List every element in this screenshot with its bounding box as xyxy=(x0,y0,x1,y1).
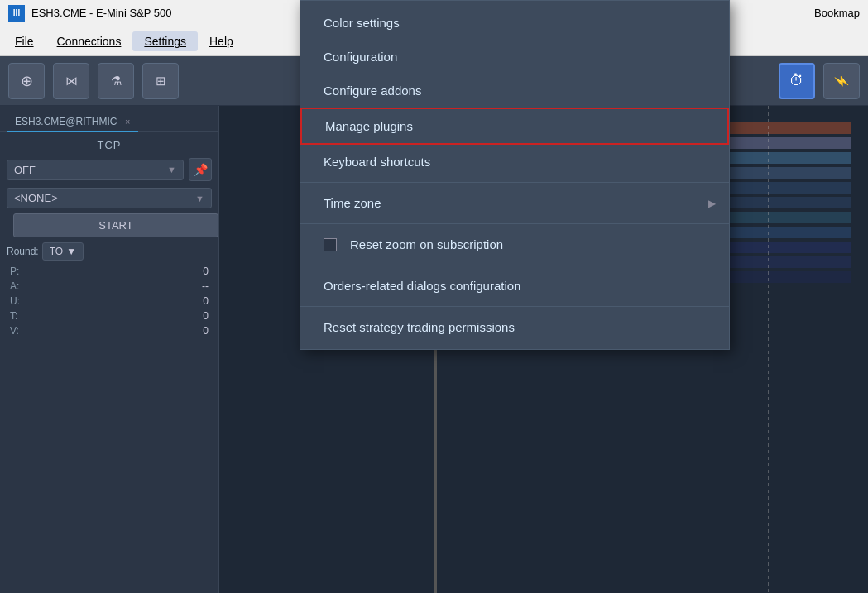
layout-button[interactable]: ⊞ xyxy=(142,63,179,99)
menu-help[interactable]: Help xyxy=(198,31,245,51)
manage-plugins-item[interactable]: Manage plugins xyxy=(300,108,729,145)
stat-t-value: 0 xyxy=(175,310,209,322)
menu-connections[interactable]: Connections xyxy=(46,31,133,51)
none-select-value: <NONE> xyxy=(14,192,58,204)
none-select-arrow: ▼ xyxy=(195,194,204,203)
timer-button[interactable]: ⏱ xyxy=(779,63,815,99)
share-button[interactable]: ⋈ xyxy=(53,63,89,99)
app-icon-text: III xyxy=(13,8,20,17)
orders-dialogs-item[interactable]: Orders-related dialogs configuration xyxy=(300,269,729,303)
stat-a: A: -- xyxy=(0,279,218,294)
stat-t-label: T: xyxy=(10,310,17,322)
instrument-tab[interactable]: ESH3.CME@RITHMIC × xyxy=(7,112,138,132)
menu-settings[interactable]: Settings xyxy=(132,31,198,51)
start-btn-wrap: START xyxy=(0,212,218,239)
round-select-arrow: ▼ xyxy=(66,246,76,257)
off-row: OFF ▼ 📌 xyxy=(0,155,218,184)
configuration-item[interactable]: Configuration xyxy=(300,40,729,74)
stat-v-label: V: xyxy=(10,325,19,337)
reset-strategy-item[interactable]: Reset strategy trading permissions xyxy=(300,310,729,344)
keyboard-shortcuts-item[interactable]: Keyboard shortcuts xyxy=(300,145,729,179)
stat-t: T: 0 xyxy=(0,308,218,323)
reset-zoom-item[interactable]: Reset zoom on subscription xyxy=(300,227,729,261)
stat-p-label: P: xyxy=(10,265,19,277)
stat-v-value: 0 xyxy=(175,325,209,337)
tab-close-icon[interactable]: × xyxy=(125,117,130,127)
tab-label: ESH3.CME@RITHMIC xyxy=(15,116,117,127)
stat-u-label: U: xyxy=(10,295,20,307)
menu-separator-2 xyxy=(300,223,729,224)
off-select-arrow: ▼ xyxy=(167,165,176,175)
submenu-arrow-icon: ▶ xyxy=(708,198,716,209)
round-label: Round: xyxy=(7,246,39,257)
none-select[interactable]: <NONE> ▼ xyxy=(7,188,212,208)
pin-button[interactable]: 📌 xyxy=(189,158,212,181)
off-select[interactable]: OFF ▼ xyxy=(7,160,184,180)
round-row: Round: TO ▼ xyxy=(0,239,218,264)
menu-separator-3 xyxy=(300,265,729,265)
connection-type-label: TCP xyxy=(0,132,218,155)
bookmap-label: Bookmap xyxy=(814,7,860,19)
stat-u: U: 0 xyxy=(0,294,218,308)
reset-zoom-checkbox[interactable] xyxy=(324,238,337,251)
left-panel: ESH3.CME@RITHMIC × TCP OFF ▼ 📌 <NONE> ▼ … xyxy=(0,106,219,593)
tab-bar: ESH3.CME@RITHMIC × xyxy=(0,106,218,132)
toolbar-right: ⏱ ⚡ xyxy=(779,63,860,99)
stat-u-value: 0 xyxy=(175,295,209,307)
menu-separator-1 xyxy=(300,182,729,183)
color-settings-item[interactable]: Color settings xyxy=(300,6,729,40)
start-button[interactable]: START xyxy=(13,213,218,237)
time-zone-item[interactable]: Time zone ▶ xyxy=(300,186,729,220)
flask-button[interactable]: ⚗ xyxy=(98,63,134,99)
menu-separator-4 xyxy=(300,306,729,307)
round-select-value: TO xyxy=(50,246,63,257)
settings-dropdown: Color settings Configuration Configure a… xyxy=(300,0,730,350)
signal-button[interactable]: ⚡ xyxy=(823,63,860,99)
menu-file[interactable]: File xyxy=(3,31,46,51)
crosshair-button[interactable]: ⊕ xyxy=(8,63,45,99)
stat-p-value: 0 xyxy=(175,265,209,277)
configure-addons-item[interactable]: Configure addons xyxy=(300,74,729,108)
stat-p: P: 0 xyxy=(0,264,218,279)
stat-v: V: 0 xyxy=(0,323,218,338)
app-icon: III xyxy=(8,5,25,22)
round-select[interactable]: TO ▼ xyxy=(42,242,84,261)
off-select-value: OFF xyxy=(14,164,36,176)
stat-a-label: A: xyxy=(10,280,19,292)
stat-a-value: -- xyxy=(175,280,209,292)
none-row: <NONE> ▼ xyxy=(0,184,218,212)
